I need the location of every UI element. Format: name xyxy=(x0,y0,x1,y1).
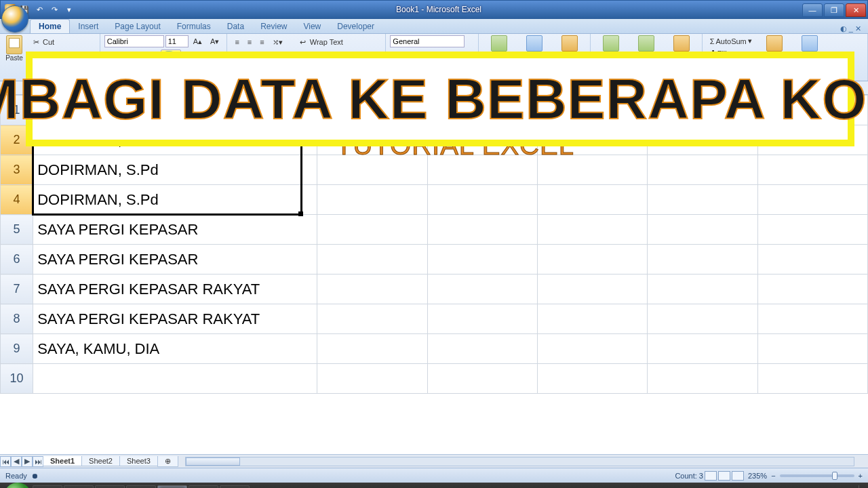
status-ready: Ready xyxy=(5,472,27,480)
zoom-level[interactable]: 235% xyxy=(748,472,767,480)
row-header-7[interactable]: 7 xyxy=(1,274,33,304)
wrap-text[interactable]: ↩Wrap Text xyxy=(294,35,347,49)
tab-formulas[interactable]: Formulas xyxy=(169,20,219,33)
show-desktop[interactable] xyxy=(859,485,864,488)
nav-first[interactable]: ⏮ xyxy=(0,456,11,467)
cell-A4[interactable]: DOPIRMAN, S.Pd xyxy=(33,185,317,215)
taskbar: X W IN ▴ ⚑ 📶 🔊 21:59 08/07/2019 xyxy=(0,483,868,488)
tab-pagelayout[interactable]: Page Layout xyxy=(106,20,168,33)
hscroll[interactable] xyxy=(185,457,854,466)
shrink-font[interactable]: A▾ xyxy=(207,35,222,47)
sheet-tab-3[interactable]: Sheet3 xyxy=(119,456,158,466)
cell-A3[interactable]: DOPIRMAN, S.Pd xyxy=(33,155,317,185)
row-header-9[interactable]: 9 xyxy=(1,334,33,364)
status-count: Count: 3 xyxy=(675,472,703,480)
qat-redo[interactable]: ↷ xyxy=(48,3,60,16)
window-title: Book1 - Microsoft Excel xyxy=(75,5,802,14)
nav-last[interactable]: ⏭ xyxy=(33,456,43,467)
row-header-6[interactable]: 6 xyxy=(1,245,33,274)
sheet-tab-bar: ⏮◀▶⏭ Sheet1 Sheet2 Sheet3 ⊕ xyxy=(0,454,868,468)
cell-A8[interactable]: SAYA PERGI KEPASAR RAKYAT xyxy=(33,304,317,334)
title-bar: 💾 ↶ ↷ ▾ Book1 - Microsoft Excel — ❐ ✕ xyxy=(0,0,868,19)
help-button[interactable]: ◐ _ ✕ xyxy=(840,24,868,33)
qat-more[interactable]: ▾ xyxy=(63,3,75,16)
qat-undo[interactable]: ↶ xyxy=(33,3,45,16)
cell-A7[interactable]: SAYA PERGI KEPASAR RAKYAT xyxy=(33,274,317,304)
taskbar-word[interactable]: W xyxy=(189,485,218,488)
row-header-10[interactable]: 10 xyxy=(1,364,33,394)
scissors-icon: ✂ xyxy=(31,37,41,47)
video-title-overlay: MEMBAGI DATA KE BEBERAPA KOLOM xyxy=(26,52,854,146)
wrap-icon: ↩ xyxy=(298,37,309,47)
zoom-slider[interactable] xyxy=(780,474,854,477)
cell-A10[interactable] xyxy=(33,364,317,394)
taskbar-ie[interactable] xyxy=(33,485,62,488)
sheet-tab-1[interactable]: Sheet1 xyxy=(43,456,82,466)
nav-next[interactable]: ▶ xyxy=(22,456,33,467)
taskbar-other[interactable] xyxy=(220,485,250,488)
cell-A5[interactable]: SAYA PERGI KEPASAR xyxy=(33,215,317,245)
number-format[interactable] xyxy=(390,35,465,47)
worksheet[interactable]: 1 NAMA LENGKAP 2 DOPIRMAN, S.Pd 3 DOPIRM… xyxy=(0,95,868,454)
start-button[interactable] xyxy=(4,483,31,488)
ribbon-tabs: Home Insert Page Layout Formulas Data Re… xyxy=(0,19,868,34)
tab-data[interactable]: Data xyxy=(219,20,252,33)
row-header-8[interactable]: 8 xyxy=(1,304,33,334)
tab-view[interactable]: View xyxy=(295,20,329,33)
taskbar-chrome[interactable] xyxy=(126,485,156,488)
macro-record-icon[interactable]: ⏺ xyxy=(31,472,39,480)
orientation[interactable]: ⤭▾ xyxy=(269,35,286,49)
nav-prev[interactable]: ◀ xyxy=(11,456,22,467)
taskbar-excel[interactable]: X xyxy=(157,485,187,488)
minimize-button[interactable]: — xyxy=(802,3,823,17)
sheet-tab-2[interactable]: Sheet2 xyxy=(81,456,120,466)
zoom-in[interactable]: + xyxy=(859,472,863,480)
autosum[interactable]: Σ AutoSum▾ xyxy=(707,35,755,47)
zoom-out[interactable]: − xyxy=(771,472,775,480)
view-layout[interactable] xyxy=(718,471,730,481)
font-size[interactable] xyxy=(165,35,189,47)
tab-review[interactable]: Review xyxy=(252,20,295,33)
tab-developer[interactable]: Developer xyxy=(329,20,382,33)
paste-button[interactable]: Paste xyxy=(4,35,24,62)
font-name[interactable] xyxy=(104,35,164,47)
view-break[interactable] xyxy=(732,471,744,481)
tab-home[interactable]: Home xyxy=(30,19,70,33)
maximize-button[interactable]: ❐ xyxy=(824,3,844,17)
row-header-5[interactable]: 5 xyxy=(1,215,33,245)
taskbar-media[interactable] xyxy=(95,485,125,488)
row-header-3[interactable]: 3 xyxy=(1,155,33,185)
grow-font[interactable]: A▴ xyxy=(190,35,205,47)
align-bot[interactable]: ≡ xyxy=(256,35,267,49)
tab-insert[interactable]: Insert xyxy=(70,20,106,33)
align-mid[interactable]: ≡ xyxy=(244,35,255,49)
sheet-tab-new[interactable]: ⊕ xyxy=(157,456,178,467)
taskbar-explorer[interactable] xyxy=(64,485,94,488)
office-button[interactable] xyxy=(1,5,28,33)
cell-A9[interactable]: SAYA, KAMU, DIA xyxy=(33,334,317,364)
view-normal[interactable] xyxy=(705,471,717,481)
row-header-4[interactable]: 4 xyxy=(1,185,33,215)
cell-A6[interactable]: SAYA PERGI KEPASAR xyxy=(33,245,317,274)
align-top[interactable]: ≡ xyxy=(231,35,242,49)
status-bar: Ready ⏺ Count: 3 235% −+ xyxy=(0,468,868,483)
close-button[interactable]: ✕ xyxy=(846,3,866,17)
cut-button[interactable]: ✂Cut xyxy=(27,35,96,49)
